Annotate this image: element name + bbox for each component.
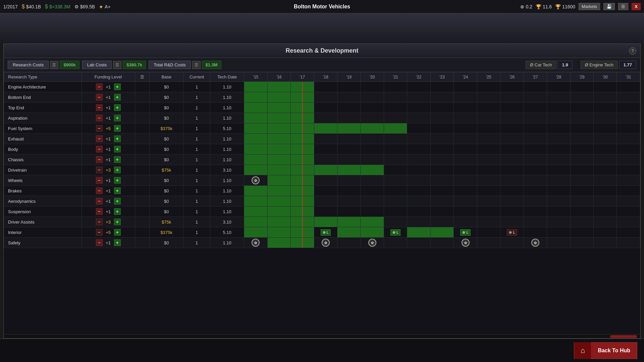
- menu-button[interactable]: ☰: [618, 3, 628, 10]
- decrease-funding-button[interactable]: −: [96, 83, 103, 90]
- row-base: $375k: [150, 123, 183, 134]
- col-year-24: '24: [454, 72, 477, 82]
- increase-funding-button[interactable]: +: [114, 167, 121, 173]
- row-funding: − +1 +: [82, 113, 135, 123]
- decrease-funding-button[interactable]: −: [96, 94, 103, 101]
- row-tech-current: 3.10: [210, 165, 244, 175]
- col-year-15: '15: [244, 72, 267, 82]
- row-base: $0: [150, 144, 183, 155]
- row-funding: − +1 +: [82, 103, 135, 113]
- decrease-funding-button[interactable]: −: [96, 146, 103, 153]
- row-name: Aspiration: [4, 113, 82, 123]
- row-funding: − +5 +: [82, 123, 135, 134]
- row-tech-current: 1.10: [210, 82, 244, 92]
- decrease-funding-button[interactable]: −: [96, 219, 103, 225]
- back-to-hub-label: Back To Hub: [591, 348, 637, 354]
- table-row: Fuel System − +5 + $375k 1 5.10: [4, 123, 640, 134]
- research-costs-icon-button[interactable]: ☰: [50, 61, 58, 69]
- row-base: $0: [150, 155, 183, 165]
- lock-button-dark[interactable]: ⊕ L: [507, 229, 517, 236]
- decrease-funding-button[interactable]: −: [96, 167, 103, 173]
- summary-bar: Research Costs ☰ $900k Lab Costs ☰ $380.…: [4, 58, 640, 72]
- star-icon: ★: [99, 4, 103, 9]
- increase-funding-button[interactable]: +: [114, 135, 121, 142]
- table-row: Aerodynamics − +1 + $0 1 1.10: [4, 196, 640, 206]
- row-base: $75k: [150, 165, 183, 175]
- row-current: 1: [183, 196, 210, 206]
- row-base: $0: [150, 196, 183, 206]
- back-to-hub-button[interactable]: ⌂ Back To Hub: [574, 342, 637, 359]
- markets-button[interactable]: Markets: [579, 3, 600, 10]
- decrease-funding-button[interactable]: −: [96, 198, 103, 204]
- research-costs-button[interactable]: Research Costs: [8, 61, 49, 69]
- row-tech-current: 1.10: [210, 206, 244, 217]
- increase-funding-button[interactable]: +: [114, 146, 121, 153]
- save-button[interactable]: 💾: [603, 3, 615, 10]
- decrease-funding-button[interactable]: −: [96, 229, 103, 236]
- row-funding: − +1 +: [82, 238, 135, 248]
- increase-funding-button[interactable]: +: [114, 104, 121, 111]
- horizontal-scrollbar[interactable]: [4, 334, 640, 338]
- col-research-type: Research Type: [4, 72, 82, 82]
- decrease-funding-button[interactable]: −: [96, 125, 103, 132]
- total-rd-icon-button[interactable]: ☰: [192, 61, 201, 69]
- avg-car-value: 1.9: [558, 61, 573, 69]
- row-tech-current: 3.10: [210, 217, 244, 227]
- col-year-29: '29: [570, 72, 593, 82]
- decrease-funding-button[interactable]: −: [96, 177, 103, 184]
- globe-icon: ⊕: [520, 4, 524, 9]
- increase-funding-button[interactable]: +: [114, 156, 121, 163]
- row-current: 1: [183, 103, 210, 113]
- table-row: Engine Architecture − +1 + $0 1 1.10: [4, 82, 640, 92]
- table-row: Safety − +1 + $0 1 1.10 ✿: [4, 238, 640, 248]
- decrease-funding-button[interactable]: −: [96, 156, 103, 163]
- decrease-funding-button[interactable]: −: [96, 135, 103, 142]
- increase-funding-button[interactable]: +: [114, 198, 121, 204]
- lock-button[interactable]: ⊕ L: [390, 229, 400, 236]
- increase-funding-button[interactable]: +: [114, 125, 121, 132]
- row-base: $75k: [150, 217, 183, 227]
- col-year-19: '19: [337, 72, 361, 82]
- decrease-funding-button[interactable]: −: [96, 187, 103, 194]
- increase-funding-button[interactable]: +: [114, 83, 121, 90]
- lab-costs-icon-button[interactable]: ☰: [113, 61, 121, 69]
- lock-button[interactable]: ⊕ L: [321, 229, 331, 236]
- lab-costs-button[interactable]: Lab Costs: [82, 61, 112, 69]
- table-row: Brakes − +1 + $0 1 1.10: [4, 186, 640, 196]
- row-tech-current: 5.10: [210, 123, 244, 134]
- increase-funding-button[interactable]: +: [114, 115, 121, 121]
- increase-funding-button[interactable]: +: [114, 177, 121, 184]
- research-costs-value: $900k: [60, 61, 79, 69]
- close-button[interactable]: X: [632, 3, 641, 10]
- bottom-bar: ⌂ Back To Hub: [0, 339, 644, 362]
- help-button[interactable]: ?: [629, 47, 636, 55]
- col-funding-level: Funding Level: [82, 72, 135, 82]
- col-year-26: '26: [500, 72, 524, 82]
- row-current: 1: [183, 175, 210, 186]
- col-year-28: '28: [547, 72, 570, 82]
- col-year-23: '23: [430, 72, 453, 82]
- lock-button[interactable]: ⊕ L: [460, 229, 470, 236]
- col-year-20: '20: [361, 72, 384, 82]
- decrease-funding-button[interactable]: −: [96, 239, 103, 246]
- increase-funding-button[interactable]: +: [114, 187, 121, 194]
- increase-funding-button[interactable]: +: [114, 219, 121, 225]
- decrease-funding-button[interactable]: −: [96, 104, 103, 111]
- row-funding: − +5 +: [82, 227, 135, 238]
- row-base: $0: [150, 82, 183, 92]
- decrease-funding-button[interactable]: −: [96, 115, 103, 121]
- increase-funding-button[interactable]: +: [114, 208, 121, 215]
- total-rd-block: Total R&D Costs ☰ $1.3M: [149, 61, 221, 69]
- row-base: $0: [150, 206, 183, 217]
- increase-funding-button[interactable]: +: [114, 94, 121, 101]
- decrease-funding-button[interactable]: −: [96, 208, 103, 215]
- increase-funding-button[interactable]: +: [114, 229, 121, 236]
- scrollbar-thumb[interactable]: [610, 335, 637, 338]
- table-row: Top End − +1 + $0 1 1.10: [4, 103, 640, 113]
- total-rd-button[interactable]: Total R&D Costs: [149, 61, 191, 69]
- row-funding: − +1 +: [82, 196, 135, 206]
- table-row: Interior − +5 + $375k 1 5.10 ⊕ L: [4, 227, 640, 238]
- increase-funding-button[interactable]: +: [114, 239, 121, 246]
- table-row: Aspiration − +1 + $0 1 1.10: [4, 113, 640, 123]
- col-year-18: '18: [314, 72, 337, 82]
